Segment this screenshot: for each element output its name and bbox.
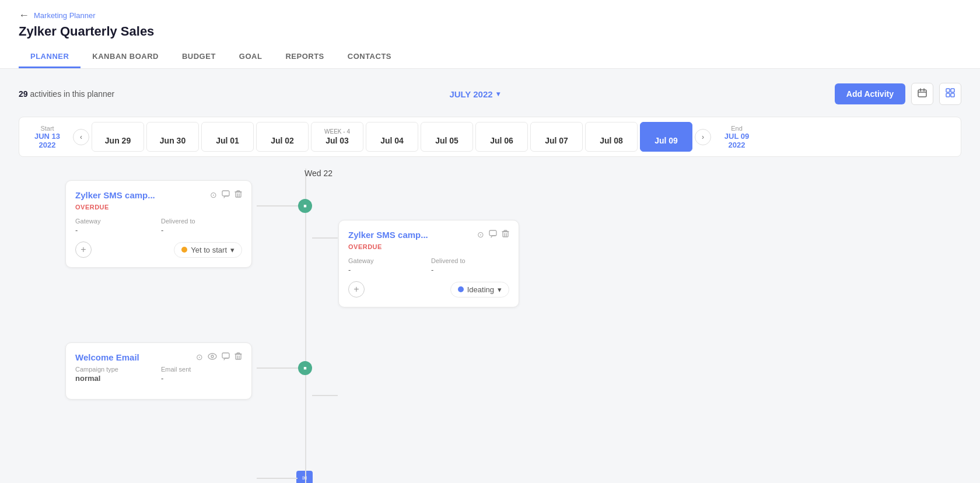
activity-count: 29 activities in this planner	[19, 89, 114, 99]
card1-comment-icon[interactable]	[222, 190, 230, 200]
card1-circle-icon: ⊙	[210, 190, 217, 200]
card3-comment-icon[interactable]	[222, 352, 230, 362]
timeline-node-sms1: ■	[298, 199, 312, 213]
card2-field1-label: Gateway	[348, 257, 426, 264]
date-label-wed22: Wed 22	[304, 169, 332, 178]
connector-3	[257, 478, 298, 479]
card2-field1-value: -	[348, 265, 426, 274]
connector-right-1	[312, 237, 338, 239]
card1-field2-label: Delivered to	[161, 218, 242, 225]
card2-badge-label: Ideating	[467, 285, 494, 294]
tab-kanban[interactable]: KANBAN BOARD	[80, 46, 170, 68]
breadcrumb: Marketing Planner	[34, 11, 96, 20]
add-activity-button[interactable]: Add Activity	[835, 83, 905, 104]
svg-rect-1	[946, 89, 950, 92]
tab-budget[interactable]: BUDGET	[170, 46, 228, 68]
month-selector[interactable]: JULY 2022 ▾	[449, 89, 499, 99]
card1-title[interactable]: Zylker SMS camp...	[75, 190, 155, 200]
svg-rect-11	[222, 353, 229, 358]
calendar-day-jul04[interactable]: Jul 04	[366, 122, 418, 152]
card1-field1-value: -	[75, 226, 156, 235]
card3-eye-icon[interactable]	[208, 352, 217, 362]
card1-delete-icon[interactable]	[235, 190, 242, 200]
card1-field1-label: Gateway	[75, 218, 156, 225]
card2-status: OVERDUE	[348, 243, 509, 250]
calendar-view-button[interactable]	[911, 83, 933, 105]
card1-field2-value: -	[161, 226, 242, 235]
card3-field2-value: -	[161, 374, 242, 383]
chevron-icon: ▾	[498, 285, 502, 294]
activity-card-email: Welcome Email ⊙	[65, 342, 252, 400]
calendar-end: End JUL 09 2022	[713, 123, 760, 152]
calendar-start: Start JUN 13 2022	[24, 123, 71, 152]
timeline-node-email: ✉	[296, 471, 313, 483]
tab-bar: PLANNER KANBAN BOARD BUDGET GOAL REPORTS…	[19, 46, 961, 68]
page-title: Zylker Quarterly Sales	[19, 24, 961, 39]
card3-delete-icon[interactable]	[235, 352, 242, 362]
connector-2	[257, 368, 300, 369]
calendar-day-jul05[interactable]: Jul 05	[421, 122, 473, 152]
card3-field1-value: normal	[75, 374, 156, 383]
calendar-day-jul07[interactable]: Jul 07	[530, 122, 583, 152]
card1-add-button[interactable]: +	[75, 242, 92, 258]
tab-reports[interactable]: REPORTS	[274, 46, 335, 68]
card3-field1-label: Campaign type	[75, 366, 156, 373]
calendar-day-jun30[interactable]: Jun 30	[146, 122, 199, 152]
grid-view-button[interactable]	[939, 83, 961, 105]
tab-goal[interactable]: GOAL	[228, 46, 274, 68]
activity-card-sms1: Zylker SMS camp... ⊙ OVERDUE Gatewa	[65, 180, 252, 268]
back-arrow[interactable]: ←	[19, 9, 29, 22]
card2-comment-icon[interactable]	[489, 230, 497, 240]
calendar-next-button[interactable]: ›	[695, 129, 711, 145]
calendar-day-jun29[interactable]: Jun 29	[92, 122, 144, 152]
tab-planner[interactable]: PLANNER	[19, 46, 80, 68]
svg-rect-8	[503, 232, 508, 237]
svg-rect-12	[236, 354, 241, 359]
timeline-line	[305, 169, 306, 483]
calendar-day-jul06[interactable]: Jul 06	[475, 122, 528, 152]
card3-circle-icon: ⊙	[196, 352, 203, 362]
card1-status-dot	[181, 247, 187, 253]
card1-status-badge[interactable]: Yet to start ▾	[174, 242, 242, 258]
chevron-down-icon: ▾	[496, 90, 500, 98]
svg-rect-3	[946, 93, 950, 97]
card1-status: OVERDUE	[75, 204, 242, 211]
card2-add-button[interactable]: +	[348, 281, 365, 298]
calendar-day-jul01[interactable]: Jul 01	[201, 122, 254, 152]
card2-status-badge[interactable]: Ideating ▾	[450, 282, 509, 298]
card2-delete-icon[interactable]	[502, 230, 509, 240]
svg-rect-0	[918, 90, 926, 97]
card3-field2-label: Email sent	[161, 366, 242, 373]
timeline-node-sms2: ■	[298, 361, 312, 375]
calendar-day-jul08[interactable]: Jul 08	[585, 122, 638, 152]
svg-rect-7	[489, 230, 496, 236]
svg-rect-4	[951, 93, 954, 97]
card2-status-dot	[458, 286, 464, 292]
card2-field2-label: Delivered to	[431, 257, 509, 264]
svg-rect-6	[236, 192, 241, 197]
calendar-strip: Start JUN 13 2022 ‹ Jun 29 Jun 30 Jul 01…	[19, 117, 961, 157]
svg-point-10	[211, 355, 214, 358]
connector-1	[257, 205, 300, 206]
calendar-day-jul03[interactable]: WEEK - 4 Jul 03	[311, 122, 363, 152]
activity-card-sms2: Zylker SMS camp... ⊙ OVERDUE Gatewa	[338, 220, 519, 307]
tab-contacts[interactable]: CONTACTS	[336, 46, 403, 68]
calendar-prev-button[interactable]: ‹	[73, 129, 89, 145]
connector-right-2	[312, 395, 338, 396]
svg-rect-5	[222, 191, 229, 196]
card2-title[interactable]: Zylker SMS camp...	[348, 230, 428, 240]
calendar-day-jul09[interactable]: Jul 09	[640, 122, 692, 152]
grid-icon	[946, 88, 955, 100]
chevron-icon: ▾	[230, 246, 235, 254]
card3-title[interactable]: Welcome Email	[75, 352, 139, 362]
activity-timeline: Wed 22 ■ ■ ✉ ✉ Zylker S	[19, 169, 961, 483]
svg-point-9	[208, 354, 216, 359]
svg-rect-2	[951, 89, 954, 92]
calendar-icon	[918, 88, 927, 100]
card1-badge-label: Yet to start	[191, 246, 227, 254]
card2-circle-icon: ⊙	[477, 230, 484, 240]
card2-field2-value: -	[431, 265, 509, 274]
calendar-day-jul02[interactable]: Jul 02	[256, 122, 309, 152]
